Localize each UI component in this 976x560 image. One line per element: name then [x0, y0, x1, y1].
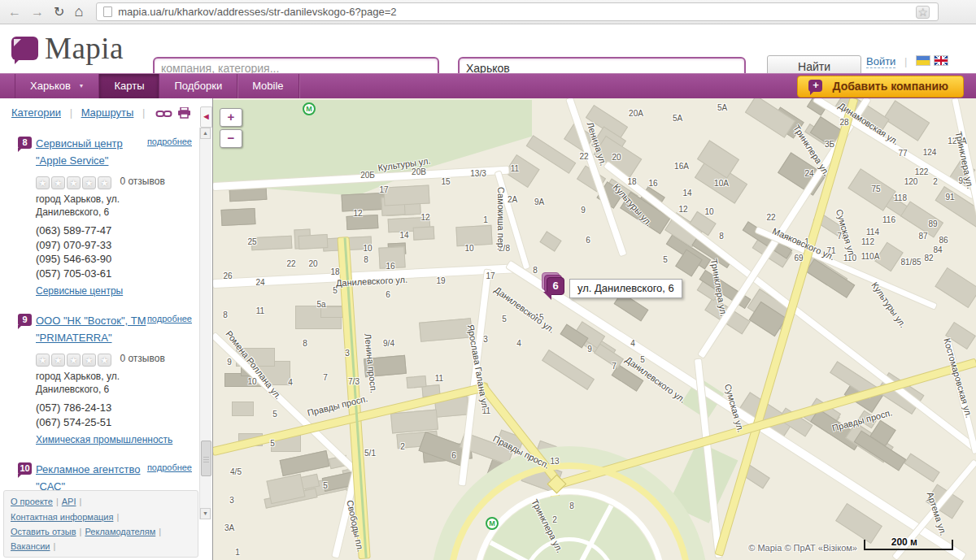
tab-routes[interactable]: Маршруты: [81, 106, 134, 119]
building-number: 20: [612, 153, 621, 162]
building-number: 77: [898, 149, 907, 158]
footer-link[interactable]: API: [62, 497, 76, 506]
scroll-down-arrow[interactable]: ▼: [200, 508, 211, 519]
separator: |: [142, 106, 145, 119]
building-number-label: 2: [400, 442, 405, 451]
star-icon[interactable]: ★: [98, 176, 111, 189]
nav-item[interactable]: Карты: [99, 74, 159, 98]
login-link[interactable]: Войти: [866, 55, 895, 68]
building-number: 17: [486, 271, 495, 280]
listing-title-link[interactable]: Рекламное агентство "САС": [36, 463, 141, 493]
star-icon[interactable]: ★: [36, 354, 50, 367]
footer-link[interactable]: О проекте: [11, 497, 53, 506]
building-number-label: 2: [552, 515, 557, 524]
separator: |: [904, 55, 907, 67]
footer-link[interactable]: Оставить отзыв: [11, 527, 76, 536]
star-icon[interactable]: ★: [36, 176, 50, 189]
print-icon[interactable]: [177, 107, 191, 119]
building-number-label: 5/1: [364, 449, 376, 458]
building-number: 1: [483, 215, 488, 224]
marker-pin-icon[interactable]: 6: [547, 277, 564, 295]
building-number: 20В: [412, 167, 426, 176]
star-icon[interactable]: ★: [98, 354, 111, 367]
building-number-label: 17: [486, 271, 495, 280]
results-sidebar: Категории | Маршруты | ◄ 8 Сервисный цен…: [0, 98, 213, 560]
scroll-up-arrow[interactable]: ▲: [200, 128, 211, 139]
collapse-sidebar-arrow[interactable]: ◄: [200, 106, 212, 128]
building-number-label: 3: [229, 496, 234, 505]
building-number: 3Б: [825, 140, 834, 149]
building-number: 4: [516, 339, 521, 348]
back-icon[interactable]: ←: [8, 5, 21, 20]
map-building: [251, 236, 293, 251]
star-icon[interactable]: ★: [51, 354, 65, 367]
listing-category-link[interactable]: Химическая промышленность: [36, 434, 172, 445]
listing-more-link[interactable]: подробнее: [147, 462, 192, 472]
logo-text[interactable]: Mapia: [45, 31, 124, 66]
building-number-label: 11: [435, 374, 443, 383]
add-company-button[interactable]: + Добавить компанию: [797, 76, 964, 98]
building-number-label: 28: [839, 118, 848, 127]
nav-item[interactable]: Подборки: [159, 74, 237, 98]
footer-link[interactable]: Контактная информация: [11, 512, 113, 522]
map-marker[interactable]: 6: [542, 272, 568, 302]
listing-title-link[interactable]: ООО "НК "Восток", ТМ "PRIMATERRA": [36, 315, 146, 344]
building-number: 20А: [629, 109, 643, 118]
building-number: 2: [933, 177, 938, 186]
star-icon[interactable]: ★: [82, 176, 96, 189]
building-number-label: 10: [464, 244, 473, 253]
star-icon[interactable]: ★: [51, 176, 65, 189]
building-number-label: 7: [612, 362, 617, 371]
reload-icon[interactable]: ↻: [54, 4, 64, 20]
building-number-label: 10А: [714, 179, 729, 188]
building-number-label: 114: [866, 228, 879, 237]
star-icon[interactable]: ★: [67, 354, 81, 367]
footer-link-wrap: Рекламодателям|: [85, 527, 164, 536]
listing-more-link[interactable]: подробнее: [147, 314, 192, 323]
metro-station-icon[interactable]: М: [303, 102, 316, 115]
tab-categories[interactable]: Категории: [11, 106, 61, 119]
building-number-label: 5: [663, 255, 668, 264]
building-number-label: 6: [451, 451, 456, 460]
listing-title-link[interactable]: Сервисный центр "Apple Service": [36, 137, 123, 167]
link-icon[interactable]: [155, 109, 172, 119]
url-text[interactable]: mapia.ua/ru/kharkov/addresses/str-danile…: [118, 6, 396, 18]
footer-link[interactable]: Вакансии: [11, 541, 50, 551]
building-number-label: 5: [272, 410, 277, 419]
address-bar[interactable]: mapia.ua/ru/kharkov/addresses/str-danile…: [96, 2, 939, 21]
map-building: [229, 187, 268, 202]
home-icon[interactable]: ⌂: [74, 3, 83, 20]
zoom-out-button[interactable]: −: [220, 129, 242, 148]
zoom-in-button[interactable]: +: [220, 108, 242, 127]
star-icon[interactable]: ★: [67, 176, 81, 189]
listing-more-link[interactable]: подробнее: [147, 137, 192, 146]
lang-ua-flag-icon[interactable]: [916, 55, 930, 66]
nav-item[interactable]: Харьков: [15, 74, 99, 98]
logo[interactable]: Mapia: [11, 31, 124, 66]
building-number: 6: [386, 290, 390, 299]
building-number: 5а: [316, 300, 325, 309]
listing-category-link[interactable]: Сервисные центры: [36, 285, 123, 297]
listing-rating-stars[interactable]: ★★★★★ 0 отзывов: [36, 175, 192, 189]
footer-link[interactable]: Рекламодателям: [85, 527, 155, 536]
sidebar-scrollbar[interactable]: ▲ ▼: [199, 128, 211, 519]
nav-item[interactable]: Mobile: [237, 74, 298, 98]
building-number-label: 81/85: [900, 258, 921, 267]
listing-rating-stars[interactable]: ★★★★★ 0 отзывов: [36, 352, 192, 366]
sidebar-tabs: Категории | Маршруты |: [0, 98, 212, 122]
lang-en-flag-icon[interactable]: [934, 55, 948, 66]
footer-link-wrap: API|: [62, 497, 85, 506]
separator: |: [80, 527, 82, 536]
building-number: 18: [627, 177, 636, 186]
building-number-label: 120: [904, 177, 918, 186]
building-number: 124: [923, 148, 937, 157]
bookmark-star-icon[interactable]: ☆: [916, 6, 930, 19]
building-number: 24: [804, 169, 813, 178]
add-company-bubble-icon: +: [808, 80, 822, 92]
map-canvas[interactable]: Культуры ул. Культуры ул. Культуры ул. С…: [213, 98, 976, 560]
forward-icon[interactable]: →: [31, 5, 44, 20]
star-icon[interactable]: ★: [82, 354, 96, 367]
building-number: 86: [939, 236, 948, 245]
scrollbar-thumb[interactable]: [201, 441, 211, 476]
metro-station-icon[interactable]: М: [486, 517, 499, 530]
